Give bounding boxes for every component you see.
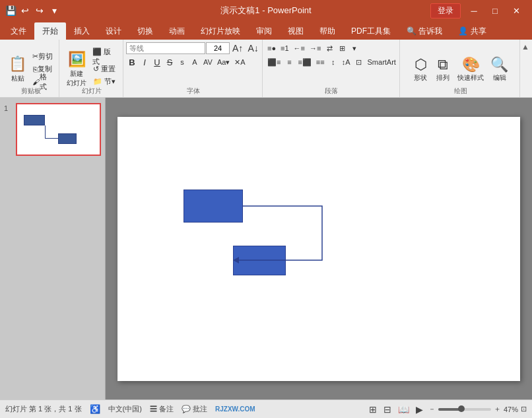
columns-button[interactable]: ⊞ (336, 42, 348, 54)
window-controls: ─ □ ✕ (463, 0, 527, 21)
accessibility-icon[interactable]: ♿ (90, 404, 100, 414)
underline-button[interactable]: U (151, 56, 163, 68)
tab-home[interactable]: 开始 (34, 22, 66, 40)
arrange-icon: ⧉ (438, 56, 448, 73)
maximize-button[interactable]: □ (484, 0, 506, 21)
tab-file[interactable]: 文件 (3, 22, 34, 40)
minimize-button[interactable]: ─ (463, 0, 484, 21)
font-name-input[interactable] (126, 42, 205, 54)
shape-label: 形状 (414, 73, 427, 83)
shadow-button[interactable]: s (176, 56, 188, 68)
ribbon-collapse[interactable]: ▲ (521, 40, 529, 97)
new-slide-button[interactable]: 🖼️ 新建 幻灯片 (65, 50, 89, 89)
canvas-area (106, 98, 532, 400)
bold-button[interactable]: B (126, 56, 138, 68)
paragraph-label: 段落 (325, 87, 338, 96)
normal-view-button[interactable]: ⊞ (368, 404, 378, 415)
tab-share[interactable]: 👤 共享 (450, 22, 494, 40)
slide-canvas[interactable] (117, 117, 520, 381)
section-button[interactable]: 📁 节▾ (90, 76, 119, 88)
line-spacing-button[interactable]: ↕ (327, 56, 339, 68)
font-increase-button[interactable]: A↑ (230, 42, 245, 54)
clear-format-button[interactable]: ✕A (232, 56, 247, 68)
tab-pdf[interactable]: PDF工具集 (343, 22, 399, 40)
slide-number-1: 1 (4, 103, 13, 112)
rtl-button[interactable]: ⇄ (323, 42, 335, 54)
watermark: RJZXW.COM (215, 405, 255, 413)
slide-thumbnail-1[interactable]: 1 (4, 103, 101, 156)
redo-icon[interactable]: ↪ (34, 5, 45, 16)
ribbon-body: 📋 粘贴 ✂ 剪切 ⎘ 复制 🖌 格式 剪贴板 🖼️ 新建 幻灯片 ⬛ 版式 ↺… (0, 40, 532, 98)
fit-slide-button[interactable]: ⊡ (521, 405, 527, 413)
bullets-button[interactable]: ≡● (265, 42, 278, 54)
reset-button[interactable]: ↺ 重置 (90, 63, 119, 75)
format-button[interactable]: 🖌 格式 (30, 76, 55, 88)
status-bar: 幻灯片 第 1 张，共 1 张 ♿ 中文(中国) ☰ 备注 💬 批注 RJZXW… (0, 400, 532, 418)
tab-design[interactable]: 设计 (98, 22, 129, 40)
font-size-input[interactable] (206, 42, 230, 54)
slide-thumb-image-1[interactable] (16, 103, 101, 156)
zoom-level: 47% (504, 405, 518, 413)
login-button[interactable]: 登录 (430, 3, 461, 18)
save-icon[interactable]: 💾 (5, 5, 16, 16)
zoom-in-button[interactable]: ＋ (494, 404, 501, 414)
align-right-button[interactable]: ≡⬛ (296, 56, 313, 68)
connector-arrow (233, 257, 239, 263)
indent-increase-button[interactable]: →≡ (308, 42, 323, 54)
para-row1: ≡● ≡1 ←≡ →≡ ⇄ ⊞ ▾ (265, 42, 398, 54)
tab-review[interactable]: 审阅 (248, 22, 280, 40)
notes-button[interactable]: ☰ 备注 (150, 404, 174, 414)
text-direction-button[interactable]: ↕A (340, 56, 352, 68)
font-case-button[interactable]: Aa▾ (215, 56, 232, 68)
ribbon-tabs: 文件 开始 插入 设计 切换 动画 幻灯片放映 审阅 视图 帮助 PDF工具集 … (0, 21, 532, 40)
strikethrough-button[interactable]: S (164, 56, 176, 68)
cut-button[interactable]: ✂ 剪切 (30, 51, 55, 63)
customize-icon[interactable]: ▾ (49, 5, 59, 16)
paste-button[interactable]: 📋 粘贴 (7, 50, 29, 89)
arrange-button[interactable]: ⧉ 排列 (432, 50, 453, 89)
tab-tell-me[interactable]: 🔍 告诉我 (399, 22, 450, 40)
clipboard-group: 📋 粘贴 ✂ 剪切 ⎘ 复制 🖌 格式 剪贴板 (3, 40, 59, 97)
char-space-button[interactable]: AV (201, 56, 215, 68)
tab-view[interactable]: 视图 (280, 22, 312, 40)
quick-style-label: 快速样式 (457, 73, 484, 83)
para-more-button[interactable]: ▾ (349, 42, 360, 54)
para-row2: ⬛≡ ≡ ≡⬛ ≡≡ ↕ ↕A ⊡ SmartArt (265, 56, 398, 68)
justify-button[interactable]: ≡≡ (314, 56, 327, 68)
tab-slideshow[interactable]: 幻灯片放映 (193, 22, 248, 40)
tab-insert[interactable]: 插入 (66, 22, 98, 40)
paste-icon: 📋 (9, 55, 26, 73)
layout-button[interactable]: ⬛ 版式 (90, 51, 119, 63)
quick-style-button[interactable]: 🎨 快速样式 (455, 50, 486, 89)
smart-art-button[interactable]: SmartArt (366, 56, 398, 68)
undo-icon[interactable]: ↩ (20, 5, 30, 16)
edit-button[interactable]: 🔍 编辑 (488, 50, 511, 89)
zoom-out-button[interactable]: － (428, 404, 436, 414)
clipboard-label: 剪贴板 (21, 87, 41, 96)
slideshow-button[interactable]: ▶ (415, 404, 424, 415)
tab-transition[interactable]: 切换 (129, 22, 161, 40)
connector-line (233, 206, 322, 260)
indent-decrease-button[interactable]: ←≡ (292, 42, 307, 54)
numbering-button[interactable]: ≡1 (279, 42, 291, 54)
zoom-area: － ＋ 47% ⊡ (428, 404, 527, 414)
reading-view-button[interactable]: 📖 (397, 404, 411, 415)
text-align-button[interactable]: ⊡ (353, 56, 365, 68)
tab-animation[interactable]: 动画 (161, 22, 193, 40)
slide-sorter-button[interactable]: ⊟ (382, 404, 393, 415)
italic-button[interactable]: I (139, 56, 150, 68)
font-color-button[interactable]: A (189, 56, 201, 68)
zoom-thumb[interactable] (458, 405, 465, 412)
thumb-shape-1 (24, 115, 45, 125)
align-left-button[interactable]: ⬛≡ (265, 56, 283, 68)
thumb-connector-v (45, 125, 46, 139)
new-slide-icon: 🖼️ (68, 51, 86, 68)
zoom-slider[interactable] (438, 408, 491, 411)
comments-button[interactable]: 💬 批注 (182, 404, 207, 414)
shape-icon: ⬡ (415, 56, 427, 73)
close-button[interactable]: ✕ (506, 0, 527, 21)
font-decrease-button[interactable]: A↓ (246, 42, 260, 54)
shape-button[interactable]: ⬡ 形状 (410, 50, 431, 89)
align-center-button[interactable]: ≡ (283, 56, 295, 68)
tab-help[interactable]: 帮助 (312, 22, 343, 40)
